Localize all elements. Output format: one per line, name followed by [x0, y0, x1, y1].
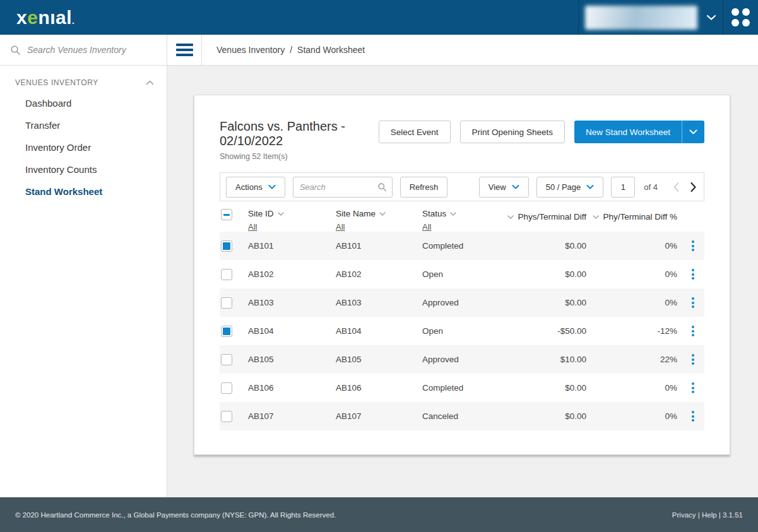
- sidebar-item-transfer[interactable]: Transfer: [0, 114, 167, 136]
- app-footer: © 2020 Heartland Commerce Inc., a Global…: [0, 497, 758, 532]
- table-row: AB102 AB102 Open $0.00 0%: [220, 260, 704, 288]
- column-header-site-name[interactable]: Site Name: [336, 209, 422, 218]
- sort-chevron-icon: [278, 212, 284, 216]
- diff-cell: $0.00: [507, 411, 586, 421]
- privacy-link[interactable]: Privacy: [672, 511, 696, 519]
- diff-cell: $0.00: [507, 298, 586, 307]
- app-version: 3.1.51: [723, 511, 743, 519]
- chevron-down-icon: [268, 185, 276, 189]
- column-header-diff[interactable]: Phys/Terminal Diff: [507, 212, 586, 222]
- site-id-cell: AB101: [248, 241, 336, 251]
- breadcrumb-current: Stand Worksheet: [297, 45, 365, 55]
- sort-chevron-icon: [507, 215, 514, 219]
- row-checkbox[interactable]: [221, 411, 232, 422]
- sidebar-item-inventory-counts[interactable]: Inventory Counts: [0, 158, 167, 180]
- breadcrumb-separator: /: [290, 45, 292, 55]
- row-menu-button[interactable]: [690, 324, 696, 338]
- site-name-cell: AB103: [336, 298, 422, 307]
- diff-pct-cell: 22%: [586, 355, 677, 364]
- site-name-cell: AB107: [336, 411, 422, 421]
- actions-dropdown[interactable]: Actions: [226, 177, 285, 198]
- row-checkbox[interactable]: [221, 326, 232, 337]
- row-menu-button[interactable]: [690, 352, 696, 367]
- print-opening-sheets-button[interactable]: Print Opening Sheets: [460, 121, 565, 143]
- sort-chevron-icon: [450, 212, 456, 216]
- footer-links: Privacy | Help | 3.1.51: [672, 511, 743, 519]
- new-stand-worksheet-caret[interactable]: [682, 121, 704, 143]
- sidebar-item-stand-worksheet[interactable]: Stand Worksheet: [0, 180, 167, 203]
- chevron-down-icon: [512, 185, 519, 189]
- status-cell: Open: [422, 269, 507, 279]
- sidebar-nav: Dashboard Transfer Inventory Order Inven…: [0, 92, 167, 203]
- row-checkbox[interactable]: [221, 269, 232, 280]
- table-row: AB103 AB103 Approved $0.00 0%: [220, 288, 704, 317]
- status-header-label: Status: [422, 209, 446, 218]
- sort-chevron-icon: [379, 212, 386, 216]
- row-menu-button[interactable]: [690, 267, 696, 281]
- column-header-status[interactable]: Status: [422, 209, 507, 218]
- copyright-text: © 2020 Heartland Commerce Inc., a Global…: [15, 511, 336, 519]
- row-menu-button[interactable]: [690, 295, 696, 310]
- diff-cell: -$50.00: [507, 326, 586, 336]
- row-checkbox[interactable]: [221, 354, 232, 365]
- sidebar-section-title: VENUES INVENTORY: [15, 78, 98, 87]
- nav-toggle-button[interactable]: [167, 35, 202, 65]
- row-checkbox[interactable]: [221, 240, 232, 252]
- diff-pct-cell: 0%: [586, 298, 677, 307]
- select-all-checkbox[interactable]: [221, 209, 232, 220]
- sidebar-search-input[interactable]: [27, 45, 157, 55]
- row-menu-button[interactable]: [690, 239, 696, 253]
- table-row: AB107 AB107 Canceled $0.00 0%: [220, 402, 704, 430]
- new-stand-worksheet-button[interactable]: New Stand Worksheet: [574, 121, 682, 143]
- diff-pct-cell: 0%: [586, 383, 677, 393]
- diff-header-label: Phys/Terminal Diff: [518, 212, 586, 222]
- item-count: Showing 52 Item(s): [220, 152, 379, 161]
- row-checkbox[interactable]: [221, 297, 232, 309]
- diff-cell: $0.00: [507, 383, 586, 393]
- site-name-cell: AB106: [336, 383, 422, 393]
- table-toolbar: Actions Refresh View: [220, 172, 704, 201]
- row-checkbox[interactable]: [221, 382, 232, 394]
- sidebar-item-inventory-order[interactable]: Inventory Order: [0, 136, 167, 158]
- site-id-cell: AB105: [248, 355, 336, 364]
- chevron-up-icon: [146, 80, 154, 85]
- sidebar-section-header[interactable]: VENUES INVENTORY: [0, 66, 167, 92]
- prev-page-button[interactable]: [672, 182, 681, 192]
- help-link[interactable]: Help: [702, 511, 717, 519]
- next-page-button[interactable]: [689, 182, 698, 192]
- sort-chevron-icon: [593, 215, 599, 219]
- user-menu[interactable]: [579, 0, 723, 35]
- app-launcher-button[interactable]: [723, 0, 758, 35]
- row-menu-button[interactable]: [690, 409, 696, 423]
- page-count-label: of 4: [644, 182, 658, 192]
- app-grid-icon: [731, 8, 750, 27]
- column-header-site-id[interactable]: Site ID: [248, 209, 336, 218]
- app-header: xenıal.: [0, 0, 758, 35]
- view-dropdown[interactable]: View: [479, 177, 529, 198]
- site-name-filter-all[interactable]: All: [336, 222, 345, 232]
- status-cell: Completed: [422, 383, 507, 393]
- table-row: AB101 AB101 Completed $0.00 0%: [220, 232, 704, 260]
- breadcrumb: Venues Inventory / Stand Worksheet: [202, 35, 365, 65]
- site-name-cell: AB102: [336, 269, 422, 279]
- site-id-filter-all[interactable]: All: [248, 222, 257, 232]
- sidebar-item-dashboard[interactable]: Dashboard: [0, 92, 167, 114]
- page-title: Falcons vs. Panthers - 02/10/2022: [220, 119, 379, 148]
- row-menu-button[interactable]: [690, 381, 696, 395]
- xenial-logo[interactable]: xenıal.: [16, 7, 74, 28]
- breadcrumb-parent[interactable]: Venues Inventory: [216, 45, 285, 55]
- select-event-button[interactable]: Select Event: [379, 121, 451, 143]
- status-filter-all[interactable]: All: [422, 222, 431, 232]
- refresh-button[interactable]: Refresh: [400, 177, 448, 198]
- diff-cell: $10.00: [507, 355, 586, 364]
- column-header-diff-pct[interactable]: Phy/Terminal Diff %: [593, 212, 677, 222]
- stand-worksheet-card: Falcons vs. Panthers - 02/10/2022 Showin…: [194, 95, 730, 455]
- chevron-down-icon: [586, 185, 594, 189]
- logo-rest: nıal: [38, 7, 72, 28]
- table-body: AB101 AB101 Completed $0.00 0% AB102 AB1…: [220, 232, 704, 430]
- table-row: AB104 AB104 Open -$50.00 -12%: [220, 317, 704, 345]
- site-id-cell: AB107: [248, 411, 336, 421]
- diff-pct-cell: 0%: [586, 241, 677, 251]
- page-size-dropdown[interactable]: 50 / Page: [536, 177, 604, 198]
- page-number-input[interactable]: [611, 177, 635, 198]
